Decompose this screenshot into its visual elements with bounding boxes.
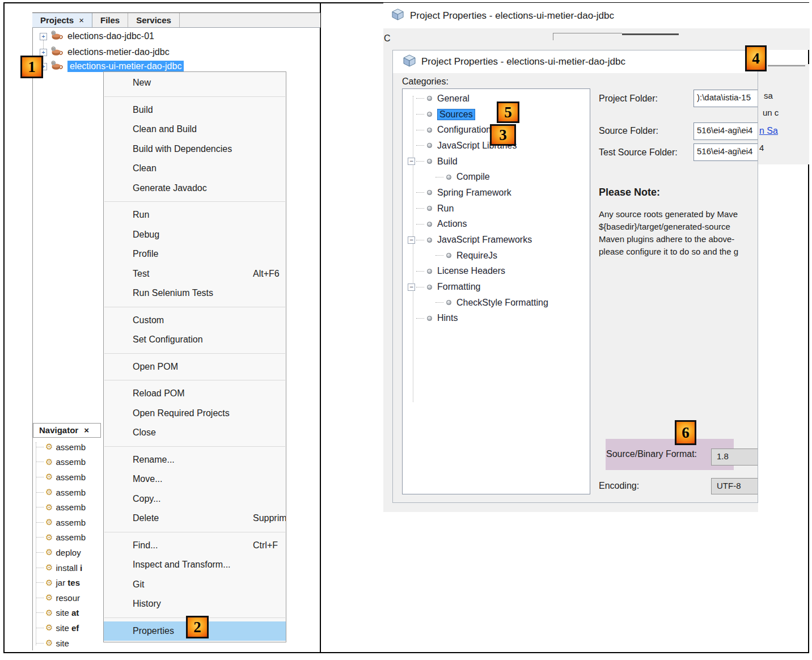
navigator-item[interactable]: ⚙resour (33, 590, 103, 606)
navigator-item[interactable]: ⚙assemb (33, 485, 103, 500)
navigator-item[interactable]: ⚙site ef (33, 620, 103, 636)
category-item-javascript-frameworks[interactable]: −JavaScript Frameworks (403, 232, 590, 248)
category-item-spring-framework[interactable]: Spring Framework (403, 185, 590, 201)
navigator-item[interactable]: ⚙assemb (33, 455, 103, 470)
tab-services-label: Services (136, 13, 171, 27)
test-source-folder-field[interactable]: 516\ei4-agi\ei4 (693, 143, 758, 161)
menu-item-set-configuration[interactable]: Set Configuration (104, 330, 286, 350)
collapse-minus-icon[interactable]: − (408, 236, 415, 244)
tree-line (435, 302, 443, 303)
menu-item-rename[interactable]: Rename... (104, 450, 286, 470)
menu-item-history[interactable]: History (104, 594, 286, 614)
tab-files[interactable]: Files (92, 13, 128, 27)
expand-plus-icon[interactable]: + (40, 49, 47, 56)
category-item-formatting[interactable]: −Formatting (403, 279, 590, 295)
svg-text:m: m (52, 61, 54, 64)
menu-item-profile[interactable]: Profile (104, 244, 286, 264)
category-item-sources[interactable]: Sources (403, 107, 590, 122)
expand-plus-icon[interactable]: + (40, 33, 47, 40)
menu-item-clean[interactable]: Clean (104, 159, 286, 179)
category-item-build[interactable]: −Build (403, 154, 590, 170)
navigator-item[interactable]: ⚙assemb (33, 469, 103, 485)
back-dialog-bottom-strip (392, 503, 758, 512)
tab-files-label: Files (100, 13, 120, 27)
menu-item-open-required-projects[interactable]: Open Required Projects (104, 404, 286, 424)
menu-item-inspect-and-transform[interactable]: Inspect and Transform... (104, 555, 286, 575)
menu-item-test[interactable]: TestAlt+F6 (104, 264, 286, 284)
tree-line (435, 177, 443, 177)
tab-navigator-label: Navigator (39, 424, 78, 437)
category-item-license-headers[interactable]: License Headers (403, 264, 590, 280)
svg-text:m: m (52, 46, 54, 50)
navigator-item[interactable]: ⚙assemb (33, 439, 103, 455)
tree-line (416, 130, 424, 130)
navigator-item[interactable]: ⚙site at (33, 606, 103, 621)
categories-tree: General Sources Configuration JavaScript… (402, 88, 590, 494)
category-item-checkstyle-formatting[interactable]: CheckStyle Formatting (403, 295, 590, 311)
category-item-compile[interactable]: Compile (403, 169, 590, 185)
category-bullet-icon (427, 190, 432, 195)
menu-item-generate-javadoc[interactable]: Generate Javadoc (104, 179, 286, 198)
navigator-item-label: site at (56, 608, 79, 617)
tree-line (416, 161, 424, 162)
menu-item-custom[interactable]: Custom (104, 311, 286, 331)
project-tree-item[interactable]: + m elections-metier-dao-jdbc (40, 45, 306, 59)
navigator-item[interactable]: ⚙assemb (33, 500, 103, 515)
project-folder-field[interactable]: ):\data\istia-15 (693, 90, 758, 107)
category-item-general[interactable]: General (403, 91, 590, 107)
menu-item-build[interactable]: Build (104, 100, 286, 120)
menu-item-copy[interactable]: Copy... (104, 489, 286, 509)
navigator-item[interactable]: ⚙install i (33, 560, 103, 576)
tab-services[interactable]: Services (128, 13, 180, 27)
tab-navigator[interactable]: Navigator × (33, 423, 101, 438)
category-item-hints[interactable]: Hints (403, 311, 590, 327)
encoding-select[interactable]: UTF-8 (711, 478, 758, 494)
close-icon[interactable]: × (79, 13, 84, 27)
tab-projects[interactable]: Projects × (32, 13, 92, 27)
note-line: ${basedir}/target/generated-source (599, 221, 758, 233)
menu-item-close[interactable]: Close (104, 423, 286, 443)
close-icon[interactable]: × (84, 424, 89, 437)
menu-item-move[interactable]: Move... (104, 469, 286, 489)
back-dialog-text-fragment: sa (764, 91, 773, 100)
category-item-actions[interactable]: Actions (403, 217, 590, 232)
menu-item-reload-pom[interactable]: Reload POM (104, 384, 286, 404)
svg-text:m: m (52, 31, 54, 34)
navigator-item-label: assemb (56, 442, 86, 452)
back-dialog-link-fragment[interactable]: n Sa (759, 126, 778, 136)
source-folder-field[interactable]: 516\ei4-agi\ei4 (693, 122, 758, 140)
menu-item-new[interactable]: New (104, 73, 286, 93)
menu-item-run-selenium-tests[interactable]: Run Selenium Tests (104, 284, 286, 303)
tab-projects-label: Projects (40, 13, 74, 27)
maven-goal-gear-icon: ⚙ (45, 593, 53, 603)
navigator-item[interactable]: ⚙site (33, 636, 103, 650)
category-bullet-icon (427, 143, 432, 148)
maven-goal-gear-icon: ⚙ (45, 623, 53, 633)
category-bullet-icon (427, 285, 432, 290)
category-item-run[interactable]: Run (403, 201, 590, 217)
menu-item-run[interactable]: Run (104, 205, 286, 225)
source-binary-format-select[interactable]: 1.8 (711, 449, 758, 466)
category-item-requirejs[interactable]: RequireJs (403, 248, 590, 264)
maven-goal-gear-icon: ⚙ (45, 532, 53, 543)
tree-line (416, 318, 424, 319)
menu-item-build-with-dependencies[interactable]: Build with Dependencies (104, 139, 286, 159)
menu-item-find[interactable]: Find...Ctrl+F (104, 536, 286, 556)
navigator-item[interactable]: ⚙assemb (33, 530, 103, 545)
maven-goal-gear-icon: ⚙ (45, 457, 53, 467)
collapse-minus-icon[interactable]: − (408, 158, 415, 165)
menu-item-open-pom[interactable]: Open POM (104, 357, 286, 377)
menu-item-debug[interactable]: Debug (104, 225, 286, 245)
navigator-item[interactable]: ⚙assemb (33, 515, 103, 530)
menu-item-clean-and-build[interactable]: Clean and Build (104, 120, 286, 139)
project-tree-item[interactable]: + m elections-dao-jdbc-01 (40, 29, 306, 43)
category-bullet-icon (427, 206, 432, 211)
tree-line (416, 240, 424, 240)
maven-project-icon: m (50, 46, 63, 58)
navigator-item-label: deploy (56, 548, 81, 557)
collapse-minus-icon[interactable]: − (408, 284, 415, 291)
menu-item-delete[interactable]: DeleteSupprimer (104, 509, 286, 528)
navigator-item[interactable]: ⚙jar tes (33, 575, 103, 590)
navigator-item[interactable]: ⚙deploy (33, 545, 103, 560)
menu-item-git[interactable]: Git (104, 575, 286, 595)
